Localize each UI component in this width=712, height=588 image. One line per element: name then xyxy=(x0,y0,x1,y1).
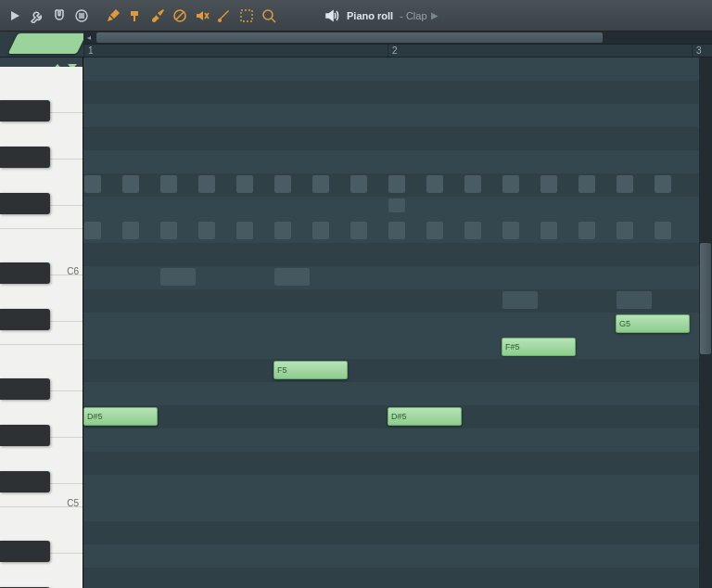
zoom-tool-icon[interactable] xyxy=(260,6,278,25)
timeline-ruler[interactable]: 123 xyxy=(83,45,712,57)
grid-row xyxy=(83,382,712,405)
ghost-note xyxy=(274,175,291,193)
ghost-note xyxy=(236,222,253,239)
scroll-left-icon[interactable]: ◂ xyxy=(83,32,95,43)
key-label: C5 xyxy=(67,498,79,508)
magnet-icon[interactable] xyxy=(50,6,69,25)
key-label: C6 xyxy=(67,266,79,276)
note[interactable]: D#5 xyxy=(83,407,158,426)
draw-tool-icon[interactable] xyxy=(104,6,122,25)
select-tool-icon[interactable] xyxy=(237,6,256,25)
ghost-note xyxy=(312,175,329,193)
ruler-bar: 2 xyxy=(388,45,398,57)
ghost-note xyxy=(388,198,405,212)
grid-row xyxy=(83,150,712,173)
grid-row xyxy=(83,521,712,544)
ghost-note xyxy=(426,175,443,193)
ghost-note xyxy=(160,175,177,193)
ghost-note xyxy=(540,222,557,239)
ghost-note xyxy=(655,175,671,193)
note[interactable]: F5 xyxy=(273,361,348,379)
black-key[interactable] xyxy=(0,378,50,400)
ghost-note xyxy=(236,175,253,193)
ghost-note xyxy=(617,222,633,239)
svg-point-4 xyxy=(263,10,273,19)
note[interactable]: F#5 xyxy=(502,338,576,356)
ghost-note xyxy=(350,175,367,193)
note-grid[interactable]: D#5F5D#5F#5G5 xyxy=(83,58,712,588)
ghost-note xyxy=(84,175,101,193)
grid-row xyxy=(83,428,712,452)
playback-tool-icon[interactable] xyxy=(282,6,300,25)
v-scrollbar[interactable] xyxy=(699,58,712,588)
paint-tool-icon[interactable] xyxy=(126,6,145,25)
ghost-note xyxy=(84,222,101,239)
grid-row xyxy=(83,336,712,359)
ghost-note xyxy=(502,291,538,309)
grid-row xyxy=(83,58,712,81)
sub-header: ◂ 123 xyxy=(0,32,712,58)
black-key[interactable] xyxy=(0,100,50,121)
ghost-note xyxy=(426,222,443,239)
grid-row xyxy=(83,104,712,127)
black-key[interactable] xyxy=(0,541,50,562)
toolbar: Piano roll - Clap ▶ xyxy=(0,0,712,32)
ghost-note xyxy=(122,175,139,193)
svg-point-2 xyxy=(218,19,222,22)
ghost-note xyxy=(540,175,557,193)
ghost-note xyxy=(464,222,481,239)
wrench-icon[interactable] xyxy=(28,6,46,25)
svg-rect-3 xyxy=(241,10,252,21)
ghost-note xyxy=(464,175,481,193)
ghost-note xyxy=(655,222,671,239)
black-key[interactable] xyxy=(0,193,50,214)
ghost-note xyxy=(274,268,310,286)
brush-tool-icon[interactable] xyxy=(148,6,167,25)
ghost-note xyxy=(198,175,215,193)
black-key[interactable] xyxy=(0,471,50,492)
black-key[interactable] xyxy=(0,309,50,330)
ghost-note xyxy=(502,222,519,239)
grid-row xyxy=(83,452,712,475)
ghost-note xyxy=(274,222,291,239)
h-scroll-handle[interactable] xyxy=(96,32,603,43)
ghost-note xyxy=(502,175,519,193)
grid-row xyxy=(83,81,712,104)
black-key[interactable] xyxy=(0,262,50,284)
ruler-bar: 3 xyxy=(692,45,702,57)
note[interactable]: D#5 xyxy=(388,407,462,426)
black-key[interactable] xyxy=(0,147,50,168)
note[interactable]: G5 xyxy=(616,314,690,333)
ghost-note xyxy=(617,291,652,309)
slice-tool-icon[interactable] xyxy=(215,6,234,25)
ghost-note xyxy=(160,268,196,286)
ghost-note xyxy=(617,175,633,193)
black-key[interactable] xyxy=(0,425,50,446)
options-menu-icon[interactable] xyxy=(72,6,91,25)
title-bar: Piano roll - Clap ▶ xyxy=(323,6,439,25)
delete-tool-icon[interactable] xyxy=(171,6,189,25)
piano-keys[interactable]: C6C5 xyxy=(0,58,83,588)
channel-chevron-icon[interactable]: ▶ xyxy=(431,10,439,20)
h-scrollbar[interactable]: ◂ xyxy=(83,32,712,45)
ghost-note xyxy=(388,175,405,193)
v-scroll-handle[interactable] xyxy=(700,243,711,354)
ghost-note xyxy=(578,175,595,193)
grid-row xyxy=(83,127,712,150)
mute-tool-icon[interactable] xyxy=(193,6,211,25)
ghost-note xyxy=(388,222,405,239)
ghost-note xyxy=(350,222,367,239)
window-title: Piano roll xyxy=(347,10,393,21)
channel-name: - Clap xyxy=(397,10,426,21)
grid-row xyxy=(83,475,712,498)
grid-row xyxy=(83,359,712,382)
ghost-note xyxy=(578,222,595,239)
ghost-note xyxy=(160,222,177,239)
ghost-note xyxy=(312,222,329,239)
grid-row xyxy=(83,243,712,266)
grid-row xyxy=(83,544,712,568)
speaker-icon[interactable] xyxy=(323,6,341,25)
play-icon[interactable] xyxy=(6,6,24,25)
corner-tab[interactable] xyxy=(0,32,83,58)
ruler-bar: 1 xyxy=(83,45,94,57)
